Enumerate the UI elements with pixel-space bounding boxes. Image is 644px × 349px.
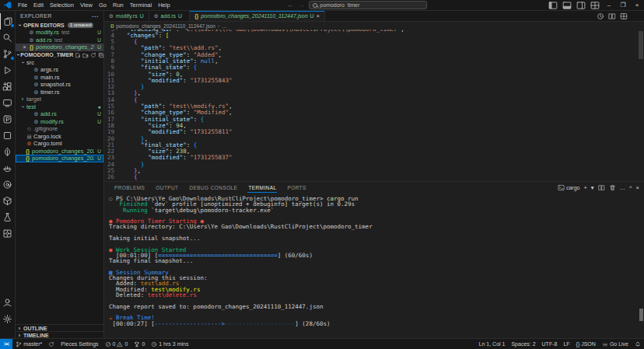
tree-item-pomodoro-changes-20241110-1...[interactable]: {}pomodoro_changes_20241110_1...U bbox=[16, 155, 103, 162]
activity-explorer[interactable] bbox=[0, 13, 16, 30]
project-root-header[interactable]: › POMODORO_TIMER bbox=[16, 51, 103, 59]
section-outline[interactable]: ›OUTLINE bbox=[16, 324, 103, 331]
activity-live-preview[interactable] bbox=[0, 127, 16, 144]
activity-run-debug[interactable] bbox=[0, 62, 16, 79]
tree-item-src[interactable]: ›src bbox=[16, 59, 103, 67]
activity-beaker[interactable] bbox=[0, 209, 16, 225]
status-cursor-position[interactable]: Ln 1, Col 1 bbox=[476, 339, 509, 349]
menu-file[interactable]: File bbox=[15, 2, 30, 9]
toggle-panel-icon[interactable] bbox=[562, 1, 572, 10]
status-pieces-settings[interactable]: Pieces Settings bbox=[58, 339, 101, 349]
tree-item-Cargo.lock[interactable]: ▤Cargo.lock bbox=[16, 133, 103, 141]
status-encoding[interactable]: UTF-8 bbox=[539, 339, 561, 349]
activity-whale[interactable] bbox=[0, 160, 16, 176]
open-editor-pomodoro-changes-20241...[interactable]: ×{}pomodoro_changes_20241...U bbox=[16, 44, 103, 51]
menu-view[interactable]: View bbox=[77, 2, 96, 9]
split-editor-icon[interactable] bbox=[608, 12, 616, 20]
breadcrumb[interactable]: {} pomodoro_changes_20241110_112447.json… bbox=[104, 22, 644, 30]
tree-item-pomodoro-changes-20241110-1...[interactable]: {}pomodoro_changes_20241110_1...U bbox=[16, 148, 103, 155]
status-notifications[interactable] bbox=[632, 339, 644, 349]
layout-grid-icon[interactable] bbox=[620, 12, 628, 20]
menu-terminal[interactable]: Terminal bbox=[127, 2, 155, 9]
toggle-secondary-sidebar-icon[interactable] bbox=[576, 1, 586, 10]
panel-tab-ports[interactable]: PORTS bbox=[282, 182, 311, 193]
tree-item-test[interactable]: ›test● bbox=[16, 103, 103, 111]
terminal-dropdown-icon[interactable]: ▾ bbox=[591, 184, 594, 191]
close-icon[interactable]: × bbox=[317, 13, 320, 19]
panel-tab-debug-console[interactable]: DEBUG CONSOLE bbox=[184, 182, 243, 193]
more-actions-icon[interactable]: … bbox=[620, 184, 626, 191]
status-sync[interactable] bbox=[45, 339, 58, 349]
close-icon[interactable]: × bbox=[22, 44, 27, 50]
search-input[interactable] bbox=[320, 2, 423, 8]
open-editors-header[interactable]: › OPEN EDITORS 1 unsaved bbox=[16, 21, 103, 29]
status-git-branch[interactable]: master* bbox=[12, 339, 45, 349]
tree-item-args.rs[interactable]: ⚙args.rs bbox=[16, 66, 103, 74]
status-language-mode[interactable]: {} JSON bbox=[573, 339, 599, 349]
tree-item-add.rs[interactable]: ⚙add.rsU bbox=[16, 110, 103, 118]
tree-item-Cargo.toml[interactable]: ⚙Cargo.toml bbox=[16, 140, 103, 148]
menu-edit[interactable]: Edit bbox=[30, 2, 47, 9]
customize-layout-icon[interactable] bbox=[590, 1, 600, 10]
new-file-icon[interactable] bbox=[75, 52, 81, 58]
tree-item-modify.rs[interactable]: ⚙modify.rsU bbox=[16, 118, 103, 126]
tab-add.rs[interactable]: ⚙add.rsU bbox=[149, 11, 190, 21]
menu-help[interactable]: Help bbox=[155, 2, 173, 9]
activity-leaf[interactable] bbox=[0, 144, 16, 160]
code-editor[interactable]: 3 "tracking_dir": "C:\\Users\\Ye Gao\\Do… bbox=[104, 30, 644, 181]
menu-selection[interactable]: Selection bbox=[47, 2, 77, 9]
status-go-live[interactable]: Go Live bbox=[599, 339, 632, 349]
tree-item-.gitignore[interactable]: ◇.gitignore bbox=[16, 125, 103, 133]
activity-account[interactable] bbox=[0, 295, 16, 311]
history-icon[interactable] bbox=[597, 12, 604, 20]
activity-extensions[interactable] bbox=[0, 79, 16, 95]
tab-pomodoro-changes-20241110-112447.json[interactable]: {}pomodoro_changes_20241110_112447.jsonU… bbox=[190, 11, 325, 21]
terminal-scrollbar[interactable] bbox=[639, 309, 643, 321]
maximize-panel-icon[interactable]: ^ bbox=[629, 184, 632, 191]
nav-forward-icon[interactable]: → bbox=[298, 2, 304, 9]
split-terminal-icon[interactable] bbox=[598, 184, 605, 191]
activity-source-control[interactable] bbox=[0, 46, 16, 62]
status-time-tracked[interactable]: 1 hrs 3 mins bbox=[148, 339, 191, 349]
panel-tab-problems[interactable]: PROBLEMS bbox=[109, 182, 150, 193]
editor-scrollbar[interactable] bbox=[639, 31, 643, 59]
nav-back-icon[interactable]: ← bbox=[287, 2, 293, 9]
minimize-button[interactable]: – bbox=[602, 0, 616, 10]
tree-item-main.rs[interactable]: ⚙main.rs bbox=[16, 74, 103, 82]
close-button[interactable]: × bbox=[630, 0, 644, 10]
terminal-area[interactable]: ○ PS C:\Users\Ye Gao\Downloads\RustCliPr… bbox=[104, 193, 644, 338]
new-folder-icon[interactable] bbox=[82, 52, 89, 58]
panel-tab-terminal[interactable]: TERMINAL bbox=[243, 182, 282, 193]
status-problems[interactable]: 00 bbox=[102, 339, 131, 349]
terminal-picker[interactable]: cargo bbox=[558, 184, 580, 191]
tree-item-snapshot.rs[interactable]: ⚙snapshot.rs bbox=[16, 81, 103, 89]
status-eol[interactable]: LF bbox=[560, 339, 572, 349]
tree-item-timer.rs[interactable]: ⚙timer.rs bbox=[16, 89, 103, 96]
new-terminal-icon[interactable]: + bbox=[583, 184, 586, 191]
status-trophy-counter[interactable]: 0 bbox=[131, 339, 148, 349]
status-remote-indicator[interactable]: >< bbox=[0, 339, 12, 349]
activity-settings[interactable] bbox=[0, 311, 16, 327]
toggle-sidebar-icon[interactable] bbox=[548, 1, 558, 10]
activity-cube[interactable] bbox=[0, 193, 16, 209]
refresh-icon[interactable] bbox=[90, 52, 96, 58]
tree-item-target[interactable]: ›target bbox=[16, 96, 103, 103]
activity-search[interactable] bbox=[0, 30, 16, 46]
tab-modify.rs[interactable]: ⚙modify.rsU bbox=[104, 11, 149, 21]
kill-terminal-icon[interactable] bbox=[609, 184, 616, 191]
activity-gear-box[interactable] bbox=[0, 225, 16, 242]
status-indentation[interactable]: Spaces: 2 bbox=[508, 339, 538, 349]
command-center-search[interactable] bbox=[309, 1, 427, 9]
restore-button[interactable]: ❐ bbox=[616, 0, 630, 10]
more-icon[interactable] bbox=[632, 12, 639, 20]
menu-run[interactable]: Run bbox=[110, 2, 127, 9]
menu-go[interactable]: Go bbox=[96, 2, 110, 9]
section-timeline[interactable]: ›TIMELINE bbox=[16, 331, 103, 338]
panel-tab-output[interactable]: OUTPUT bbox=[150, 182, 184, 193]
activity-pieces[interactable] bbox=[0, 111, 16, 127]
activity-remote-monitor[interactable] bbox=[0, 95, 16, 111]
activity-at-sign[interactable] bbox=[0, 176, 16, 193]
close-panel-icon[interactable]: × bbox=[636, 184, 639, 191]
open-editor-modify.rs[interactable]: ⚙modify.rstestU bbox=[16, 29, 103, 37]
open-editor-add.rs[interactable]: ⚙add.rstestU bbox=[16, 37, 103, 44]
